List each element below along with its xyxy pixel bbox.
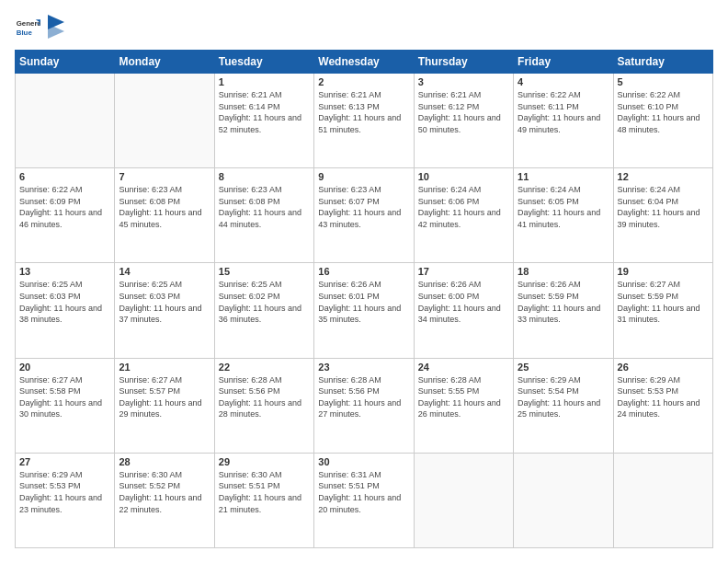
day-number: 2 (318, 76, 409, 87)
page: General Blue SundayMondayTuesdayWednesda… (0, 0, 728, 563)
calendar-cell: 23 Sunrise: 6:28 AMSunset: 5:56 PMDaylig… (314, 358, 414, 453)
day-number: 11 (518, 171, 609, 182)
calendar-cell: 13 Sunrise: 6:25 AMSunset: 6:03 PMDaylig… (16, 263, 115, 358)
day-number: 28 (119, 456, 210, 467)
logo-arrow-icon (48, 15, 64, 40)
day-info: Sunrise: 6:27 AMSunset: 5:59 PMDaylight:… (618, 279, 709, 325)
day-info: Sunrise: 6:25 AMSunset: 6:03 PMDaylight:… (19, 279, 110, 325)
day-number: 16 (318, 266, 409, 277)
day-info: Sunrise: 6:22 AMSunset: 6:11 PMDaylight:… (518, 89, 609, 135)
weekday-header-sunday: Sunday (16, 51, 115, 74)
calendar-cell: 24 Sunrise: 6:28 AMSunset: 5:55 PMDaylig… (414, 358, 513, 453)
calendar-cell: 20 Sunrise: 6:27 AMSunset: 5:58 PMDaylig… (16, 358, 115, 453)
day-info: Sunrise: 6:30 AMSunset: 5:51 PMDaylight:… (219, 469, 310, 515)
day-info: Sunrise: 6:25 AMSunset: 6:02 PMDaylight:… (219, 279, 310, 325)
day-info: Sunrise: 6:29 AMSunset: 5:53 PMDaylight:… (19, 469, 110, 515)
calendar-cell (514, 453, 613, 547)
calendar-cell: 19 Sunrise: 6:27 AMSunset: 5:59 PMDaylig… (613, 263, 712, 358)
weekday-header-monday: Monday (115, 51, 214, 74)
calendar-cell: 16 Sunrise: 6:26 AMSunset: 6:01 PMDaylig… (314, 263, 414, 358)
day-number: 27 (19, 456, 110, 467)
day-number: 26 (618, 362, 709, 373)
day-number: 25 (518, 362, 609, 373)
day-number: 12 (618, 171, 709, 182)
day-number: 14 (119, 266, 210, 277)
day-number: 19 (618, 266, 709, 277)
day-info: Sunrise: 6:25 AMSunset: 6:03 PMDaylight:… (119, 279, 210, 325)
calendar-cell: 5 Sunrise: 6:22 AMSunset: 6:10 PMDayligh… (613, 74, 712, 168)
logo-icon: General Blue (15, 15, 40, 40)
calendar-cell: 7 Sunrise: 6:23 AMSunset: 6:08 PMDayligh… (115, 168, 214, 263)
day-number: 18 (518, 266, 609, 277)
day-info: Sunrise: 6:31 AMSunset: 5:51 PMDaylight:… (318, 469, 409, 515)
day-info: Sunrise: 6:23 AMSunset: 6:08 PMDaylight:… (219, 184, 310, 230)
day-info: Sunrise: 6:28 AMSunset: 5:55 PMDaylight:… (418, 374, 509, 420)
weekday-header-wednesday: Wednesday (314, 51, 414, 74)
calendar-cell (613, 453, 712, 547)
calendar-cell: 18 Sunrise: 6:26 AMSunset: 5:59 PMDaylig… (514, 263, 613, 358)
day-info: Sunrise: 6:30 AMSunset: 5:52 PMDaylight:… (119, 469, 210, 515)
calendar-cell: 2 Sunrise: 6:21 AMSunset: 6:13 PMDayligh… (314, 74, 414, 168)
calendar-table: SundayMondayTuesdayWednesdayThursdayFrid… (15, 50, 713, 548)
calendar-cell: 8 Sunrise: 6:23 AMSunset: 6:08 PMDayligh… (214, 168, 313, 263)
day-info: Sunrise: 6:29 AMSunset: 5:53 PMDaylight:… (618, 374, 709, 420)
calendar-cell: 11 Sunrise: 6:24 AMSunset: 6:05 PMDaylig… (514, 168, 613, 263)
calendar-cell: 30 Sunrise: 6:31 AMSunset: 5:51 PMDaylig… (314, 453, 414, 547)
header: General Blue (15, 15, 713, 40)
weekday-header-friday: Friday (514, 51, 613, 74)
day-info: Sunrise: 6:23 AMSunset: 6:08 PMDaylight:… (119, 184, 210, 230)
calendar-cell: 15 Sunrise: 6:25 AMSunset: 6:02 PMDaylig… (214, 263, 313, 358)
day-number: 15 (219, 266, 310, 277)
calendar-cell: 1 Sunrise: 6:21 AMSunset: 6:14 PMDayligh… (214, 74, 313, 168)
calendar-cell: 22 Sunrise: 6:28 AMSunset: 5:56 PMDaylig… (214, 358, 313, 453)
weekday-header-row: SundayMondayTuesdayWednesdayThursdayFrid… (16, 51, 713, 74)
day-number: 21 (119, 362, 210, 373)
day-number: 24 (418, 362, 509, 373)
calendar-cell: 27 Sunrise: 6:29 AMSunset: 5:53 PMDaylig… (16, 453, 115, 547)
day-info: Sunrise: 6:28 AMSunset: 5:56 PMDaylight:… (318, 374, 409, 420)
day-info: Sunrise: 6:21 AMSunset: 6:12 PMDaylight:… (418, 89, 509, 135)
day-info: Sunrise: 6:26 AMSunset: 6:01 PMDaylight:… (318, 279, 409, 325)
week-row-2: 6 Sunrise: 6:22 AMSunset: 6:09 PMDayligh… (16, 168, 713, 263)
day-info: Sunrise: 6:26 AMSunset: 5:59 PMDaylight:… (518, 279, 609, 325)
day-info: Sunrise: 6:22 AMSunset: 6:10 PMDaylight:… (618, 89, 709, 135)
day-number: 7 (119, 171, 210, 182)
calendar-cell (414, 453, 513, 547)
day-info: Sunrise: 6:26 AMSunset: 6:00 PMDaylight:… (418, 279, 509, 325)
day-number: 23 (318, 362, 409, 373)
day-number: 10 (418, 171, 509, 182)
day-number: 9 (318, 171, 409, 182)
calendar-cell: 6 Sunrise: 6:22 AMSunset: 6:09 PMDayligh… (16, 168, 115, 263)
day-number: 30 (318, 456, 409, 467)
day-number: 1 (219, 76, 310, 87)
day-info: Sunrise: 6:27 AMSunset: 5:57 PMDaylight:… (119, 374, 210, 420)
calendar-cell: 28 Sunrise: 6:30 AMSunset: 5:52 PMDaylig… (115, 453, 214, 547)
week-row-5: 27 Sunrise: 6:29 AMSunset: 5:53 PMDaylig… (16, 453, 713, 547)
day-number: 8 (219, 171, 310, 182)
calendar-cell (16, 74, 115, 168)
svg-text:General: General (17, 19, 40, 28)
day-info: Sunrise: 6:27 AMSunset: 5:58 PMDaylight:… (19, 374, 110, 420)
calendar-cell: 29 Sunrise: 6:30 AMSunset: 5:51 PMDaylig… (214, 453, 313, 547)
day-info: Sunrise: 6:24 AMSunset: 6:06 PMDaylight:… (418, 184, 509, 230)
day-info: Sunrise: 6:22 AMSunset: 6:09 PMDaylight:… (19, 184, 110, 230)
calendar-cell: 4 Sunrise: 6:22 AMSunset: 6:11 PMDayligh… (514, 74, 613, 168)
day-number: 4 (518, 76, 609, 87)
calendar-cell: 9 Sunrise: 6:23 AMSunset: 6:07 PMDayligh… (314, 168, 414, 263)
day-info: Sunrise: 6:24 AMSunset: 6:04 PMDaylight:… (618, 184, 709, 230)
day-number: 22 (219, 362, 310, 373)
day-number: 6 (19, 171, 110, 182)
calendar-cell: 12 Sunrise: 6:24 AMSunset: 6:04 PMDaylig… (613, 168, 712, 263)
svg-marker-6 (48, 24, 64, 39)
day-info: Sunrise: 6:21 AMSunset: 6:13 PMDaylight:… (318, 89, 409, 135)
day-number: 5 (618, 76, 709, 87)
calendar-cell: 14 Sunrise: 6:25 AMSunset: 6:03 PMDaylig… (115, 263, 214, 358)
calendar-cell: 25 Sunrise: 6:29 AMSunset: 5:54 PMDaylig… (514, 358, 613, 453)
day-info: Sunrise: 6:29 AMSunset: 5:54 PMDaylight:… (518, 374, 609, 420)
day-number: 29 (219, 456, 310, 467)
week-row-3: 13 Sunrise: 6:25 AMSunset: 6:03 PMDaylig… (16, 263, 713, 358)
day-info: Sunrise: 6:24 AMSunset: 6:05 PMDaylight:… (518, 184, 609, 230)
calendar-cell: 21 Sunrise: 6:27 AMSunset: 5:57 PMDaylig… (115, 358, 214, 453)
weekday-header-saturday: Saturday (613, 51, 712, 74)
day-number: 17 (418, 266, 509, 277)
